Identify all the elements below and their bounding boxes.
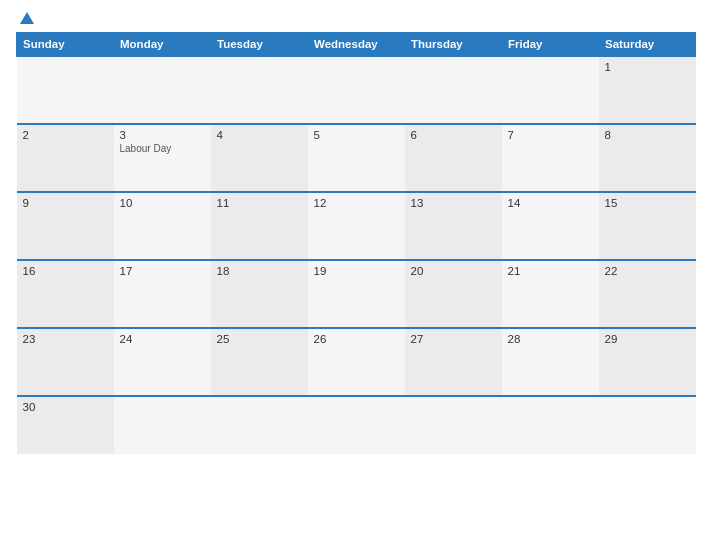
calendar-day-cell: [405, 56, 502, 124]
calendar-day-cell: [17, 56, 114, 124]
weekday-header: Saturday: [599, 33, 696, 57]
calendar-day-cell: 17: [114, 260, 211, 328]
day-number: 18: [217, 265, 302, 277]
weekday-header: Tuesday: [211, 33, 308, 57]
day-number: 21: [508, 265, 593, 277]
calendar-day-cell: 6: [405, 124, 502, 192]
calendar-day-cell: 23: [17, 328, 114, 396]
day-number: 12: [314, 197, 399, 209]
calendar-day-cell: 14: [502, 192, 599, 260]
calendar-day-cell: 7: [502, 124, 599, 192]
day-number: 26: [314, 333, 399, 345]
calendar-day-cell: 22: [599, 260, 696, 328]
weekday-header: Monday: [114, 33, 211, 57]
calendar-day-cell: 25: [211, 328, 308, 396]
day-number: 17: [120, 265, 205, 277]
day-number: 24: [120, 333, 205, 345]
calendar-day-cell: [114, 396, 211, 454]
calendar-day-cell: 10: [114, 192, 211, 260]
weekday-header: Sunday: [17, 33, 114, 57]
day-number: 23: [23, 333, 108, 345]
calendar-day-cell: [308, 396, 405, 454]
day-event: Labour Day: [120, 143, 205, 154]
day-number: 6: [411, 129, 496, 141]
calendar-day-cell: 16: [17, 260, 114, 328]
day-number: 16: [23, 265, 108, 277]
logo-blue-area: [16, 12, 34, 24]
day-number: 19: [314, 265, 399, 277]
calendar-week-row: 23242526272829: [17, 328, 696, 396]
day-number: 4: [217, 129, 302, 141]
calendar-day-cell: 27: [405, 328, 502, 396]
calendar-day-cell: 9: [17, 192, 114, 260]
day-number: 8: [605, 129, 690, 141]
calendar-week-row: 23Labour Day45678: [17, 124, 696, 192]
calendar-day-cell: 4: [211, 124, 308, 192]
calendar-day-cell: [211, 56, 308, 124]
calendar-day-cell: 20: [405, 260, 502, 328]
day-number: 20: [411, 265, 496, 277]
calendar-body: 123Labour Day456789101112131415161718192…: [17, 56, 696, 454]
calendar-day-cell: 2: [17, 124, 114, 192]
calendar-day-cell: 24: [114, 328, 211, 396]
calendar-day-cell: 12: [308, 192, 405, 260]
weekday-header: Wednesday: [308, 33, 405, 57]
calendar-day-cell: 8: [599, 124, 696, 192]
calendar-day-cell: [114, 56, 211, 124]
calendar-day-cell: 18: [211, 260, 308, 328]
calendar-day-cell: 29: [599, 328, 696, 396]
day-number: 13: [411, 197, 496, 209]
day-number: 10: [120, 197, 205, 209]
calendar-day-cell: 13: [405, 192, 502, 260]
calendar-day-cell: 11: [211, 192, 308, 260]
day-number: 15: [605, 197, 690, 209]
day-number: 29: [605, 333, 690, 345]
day-number: 11: [217, 197, 302, 209]
weekday-header: Friday: [502, 33, 599, 57]
calendar-day-cell: [211, 396, 308, 454]
weekday-header: Thursday: [405, 33, 502, 57]
calendar-header-row: SundayMondayTuesdayWednesdayThursdayFrid…: [17, 33, 696, 57]
calendar-week-row: 1: [17, 56, 696, 124]
calendar-table: SundayMondayTuesdayWednesdayThursdayFrid…: [16, 32, 696, 454]
calendar-day-cell: [308, 56, 405, 124]
day-number: 22: [605, 265, 690, 277]
calendar-day-cell: 28: [502, 328, 599, 396]
logo-triangle-icon: [20, 12, 34, 24]
calendar-day-cell: [405, 396, 502, 454]
calendar-page: SundayMondayTuesdayWednesdayThursdayFrid…: [0, 0, 712, 550]
calendar-day-cell: 30: [17, 396, 114, 454]
day-number: 28: [508, 333, 593, 345]
calendar-header: [16, 12, 696, 24]
day-number: 2: [23, 129, 108, 141]
day-number: 5: [314, 129, 399, 141]
day-number: 1: [605, 61, 690, 73]
calendar-day-cell: [502, 56, 599, 124]
day-number: 27: [411, 333, 496, 345]
calendar-day-cell: 5: [308, 124, 405, 192]
day-number: 3: [120, 129, 205, 141]
calendar-day-cell: 19: [308, 260, 405, 328]
calendar-day-cell: 26: [308, 328, 405, 396]
calendar-week-row: 16171819202122: [17, 260, 696, 328]
logo: [16, 12, 34, 24]
calendar-week-row: 9101112131415: [17, 192, 696, 260]
calendar-day-cell: 3Labour Day: [114, 124, 211, 192]
calendar-day-cell: 21: [502, 260, 599, 328]
calendar-day-cell: [502, 396, 599, 454]
day-number: 30: [23, 401, 108, 413]
day-number: 25: [217, 333, 302, 345]
day-number: 7: [508, 129, 593, 141]
calendar-day-cell: [599, 396, 696, 454]
day-number: 14: [508, 197, 593, 209]
calendar-day-cell: 15: [599, 192, 696, 260]
day-number: 9: [23, 197, 108, 209]
calendar-week-row: 30: [17, 396, 696, 454]
calendar-day-cell: 1: [599, 56, 696, 124]
